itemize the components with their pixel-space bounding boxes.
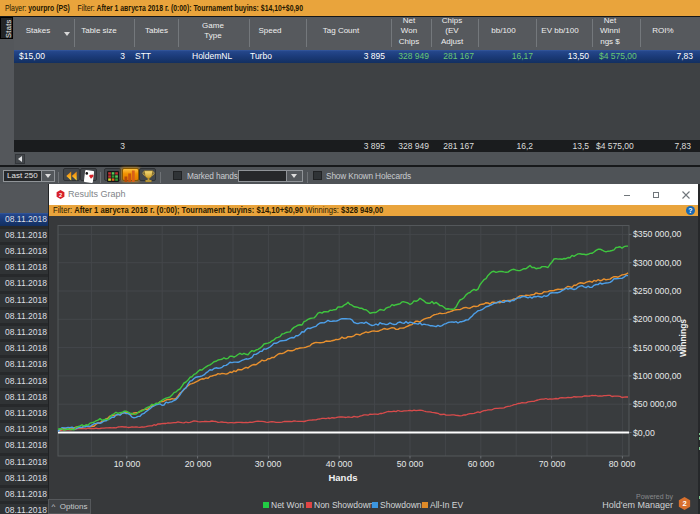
- svg-text:2: 2: [59, 191, 62, 197]
